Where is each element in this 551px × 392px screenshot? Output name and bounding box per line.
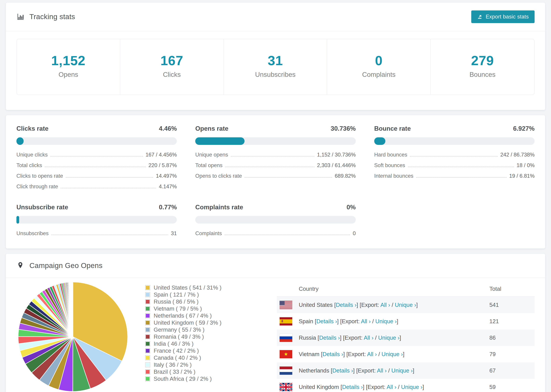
- details-link[interactable]: Details ›: [316, 318, 337, 324]
- export-all-link[interactable]: All ›: [387, 384, 396, 390]
- rate-detail-row: Unique opens1,152 / 30.736%: [195, 152, 356, 158]
- legend-label: Vietnam ( 79 / 5% ): [154, 305, 202, 312]
- stat-label: Clicks: [122, 71, 222, 78]
- legend-item[interactable]: France ( 42 / 2% ): [145, 347, 226, 354]
- legend-swatch: [145, 327, 150, 332]
- legend-item[interactable]: South Africa ( 29 / 2% ): [145, 375, 226, 382]
- details-link[interactable]: Details ›: [332, 367, 353, 374]
- export-all-link[interactable]: All ›: [367, 351, 377, 357]
- legend-item[interactable]: Canada ( 40 / 2% ): [145, 354, 226, 361]
- rate-detail-row: Soft bounces18 / 0%: [374, 162, 535, 168]
- details-link[interactable]: Details ›: [319, 335, 340, 341]
- rate-detail-label: Clicks to opens rate: [16, 173, 63, 179]
- legend-label: Romania ( 49 / 3% ): [154, 334, 204, 340]
- stat-card: 167Clicks: [120, 39, 224, 95]
- progress-bar: [16, 137, 177, 145]
- legend-swatch: [145, 334, 150, 339]
- total-cell: 67: [489, 367, 530, 374]
- progress-bar: [195, 216, 356, 224]
- total-cell: 79: [489, 351, 530, 357]
- dotted-leader: [45, 167, 146, 167]
- rate-panel: Bounce rate6.927%Hard bounces242 / 86.73…: [374, 125, 535, 190]
- rate-detail-row: Hard bounces242 / 86.738%: [374, 152, 535, 158]
- progress-bar: [195, 137, 356, 145]
- rate-detail-label: Unique opens: [195, 152, 228, 158]
- geo-table-header: Country Total: [277, 281, 535, 296]
- country-cell: Netherlands [Details ›] [Export: All › /…: [299, 367, 489, 374]
- rate-panel-value: 30.736%: [331, 125, 356, 132]
- stat-label: Opens: [19, 71, 118, 78]
- stat-value: 0: [329, 53, 429, 68]
- flag-vn-icon: [280, 350, 292, 358]
- dotted-leader: [416, 177, 507, 178]
- bar-chart-icon: [16, 13, 25, 21]
- rate-detail-label: Hard bounces: [374, 152, 407, 158]
- legend-item[interactable]: United States ( 541 / 31% ): [145, 284, 226, 291]
- flag-ru-icon: [280, 334, 292, 342]
- export-unique-link[interactable]: Unique ›: [395, 302, 416, 308]
- export-unique-link[interactable]: Unique ›: [381, 351, 403, 357]
- total-cell: 121: [489, 318, 530, 325]
- rate-detail-list: Unique opens1,152 / 30.736%Total opens2,…: [195, 152, 356, 179]
- legend-item[interactable]: Vietnam ( 79 / 5% ): [145, 305, 226, 312]
- legend-swatch: [145, 348, 150, 353]
- legend-item[interactable]: Brazil ( 33 / 2% ): [145, 368, 226, 375]
- rate-panel-title-row: Opens rate30.736%: [195, 125, 356, 132]
- export-all-link[interactable]: All ›: [361, 318, 371, 324]
- progress-bar-fill: [195, 137, 245, 145]
- geo-opens-card: Campaign Geo Opens United States ( 541 /…: [6, 253, 545, 392]
- legend-item[interactable]: Spain ( 121 / 7% ): [145, 291, 226, 298]
- rates-card: Clicks rate4.46%Unique clicks167 / 4.456…: [6, 115, 545, 249]
- export-basic-stats-button[interactable]: Export basic stats: [471, 10, 535, 23]
- country-cell: Vietnam [Details ›] [Export: All › / Uni…: [299, 351, 489, 357]
- dotted-leader: [50, 156, 143, 156]
- table-row: Vietnam [Details ›] [Export: All › / Uni…: [277, 346, 535, 362]
- geo-header: Campaign Geo Opens: [6, 254, 545, 278]
- rate-detail-list: Unsubscribes31: [16, 230, 177, 237]
- legend-label: Russia ( 86 / 5% ): [154, 298, 198, 305]
- rate-panel: Unsubscribe rate0.77%Unsubscribes31: [16, 204, 177, 237]
- export-unique-link[interactable]: Unique ›: [378, 335, 400, 341]
- legend-item[interactable]: Netherlands ( 67 / 4% ): [145, 312, 226, 319]
- legend-label: France ( 42 / 2% ): [154, 348, 199, 354]
- legend-label: United Kingdom ( 59 / 3% ): [154, 320, 221, 326]
- legend-item[interactable]: Italy ( 36 / 2% ): [145, 361, 226, 368]
- legend-label: Germany ( 55 / 3% ): [154, 327, 205, 333]
- details-link[interactable]: Details ›: [342, 384, 363, 390]
- export-all-link[interactable]: All ›: [380, 302, 390, 308]
- rates-grid: Clicks rate4.46%Unique clicks167 / 4.456…: [16, 125, 535, 237]
- header-divider: [6, 31, 545, 31]
- country-name: Netherlands: [299, 367, 331, 374]
- pie-slice-other[interactable]: [73, 282, 73, 337]
- legend-item[interactable]: Russia ( 86 / 5% ): [145, 298, 226, 305]
- rate-detail-value: 31: [171, 230, 177, 237]
- export-all-link[interactable]: All ›: [364, 335, 374, 341]
- export-unique-link[interactable]: Unique ›: [401, 384, 423, 390]
- legend-label: Netherlands ( 67 / 4% ): [154, 313, 212, 319]
- country-column-header: Country: [280, 286, 489, 292]
- legend-swatch: [145, 313, 150, 318]
- export-all-link[interactable]: All ›: [377, 367, 387, 374]
- rate-detail-value: 220 / 5.87%: [148, 162, 177, 168]
- stat-card: 31Unsubscribes: [224, 39, 327, 95]
- progress-bar-fill: [16, 137, 24, 145]
- rate-detail-value: 242 / 86.738%: [500, 152, 535, 158]
- table-row: Spain [Details ›] [Export: All › / Uniqu…: [277, 313, 535, 329]
- legend-item[interactable]: Germany ( 55 / 3% ): [145, 326, 226, 333]
- legend-item[interactable]: United Kingdom ( 59 / 3% ): [145, 319, 226, 326]
- dotted-leader: [61, 188, 156, 188]
- details-link[interactable]: Details ›: [336, 302, 356, 308]
- legend-swatch: [145, 285, 150, 290]
- details-link[interactable]: Details ›: [323, 351, 343, 357]
- rate-detail-label: Internal bounces: [374, 173, 413, 179]
- flag-nl-icon: [280, 366, 292, 375]
- legend-item[interactable]: India ( 46 / 3% ): [145, 340, 226, 347]
- export-unique-link[interactable]: Unique ›: [391, 367, 413, 374]
- country-name: Vietnam: [299, 351, 321, 357]
- flag-gb-icon: [280, 383, 292, 391]
- progress-bar: [16, 216, 177, 224]
- export-unique-link[interactable]: Unique ›: [375, 318, 397, 324]
- dotted-leader: [66, 177, 153, 178]
- legend-item[interactable]: Romania ( 49 / 3% ): [145, 333, 226, 340]
- total-column-header: Total: [489, 286, 530, 292]
